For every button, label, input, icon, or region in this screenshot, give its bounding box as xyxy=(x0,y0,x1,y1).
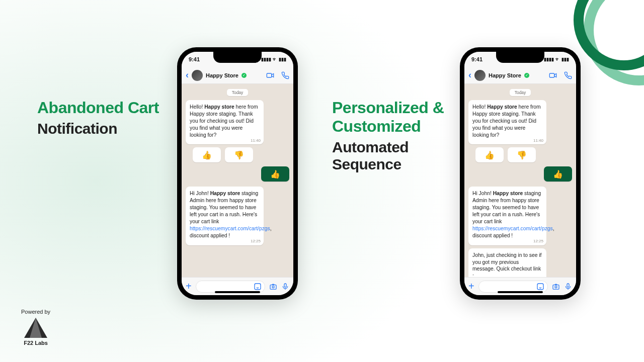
message-input[interactable] xyxy=(478,281,548,293)
signal-icon: ▮▮▮▮ xyxy=(544,57,554,62)
message-input[interactable] xyxy=(196,281,265,293)
message-cart: Hi John! Happy store staging Admin here … xyxy=(186,187,264,245)
svg-point-8 xyxy=(555,286,557,288)
f22-logo-icon xyxy=(24,318,47,338)
svg-point-3 xyxy=(272,286,274,288)
camera-icon[interactable] xyxy=(269,283,277,291)
message-hello: Hello! Happy store here from Happy store… xyxy=(468,100,546,144)
chat-header: ‹ Happy Store ✓ xyxy=(464,67,576,84)
message-followup: John, just checking in to see if you got… xyxy=(468,248,546,277)
chat-title[interactable]: Happy Store xyxy=(206,72,238,78)
thumbs-up-button[interactable]: 👍 xyxy=(193,147,221,162)
day-chip: Today xyxy=(510,89,531,96)
message-cart: Hi John! Happy store staging Admin here … xyxy=(468,187,546,245)
mic-icon[interactable] xyxy=(281,283,289,291)
stage: Abandoned Cart Notification Personalized… xyxy=(0,0,644,362)
svg-rect-1 xyxy=(255,284,261,290)
caption-left-black: Notification xyxy=(37,120,168,137)
back-button[interactable]: ‹ xyxy=(186,70,189,80)
chat-header: ‹ Happy Store ✓ xyxy=(182,67,293,84)
status-time: 9:41 xyxy=(189,56,200,62)
mic-icon[interactable] xyxy=(564,283,572,291)
verified-icon: ✓ xyxy=(242,73,247,78)
caption-right-black: Automated Sequence xyxy=(332,139,453,173)
svg-rect-2 xyxy=(270,285,276,289)
thumbs-down-button[interactable]: 👎 xyxy=(225,147,253,162)
phone-right: 9:41 ▮▮▮▮ ᯤ ▮▮▮ ‹ Happy Store ✓ Today xyxy=(460,47,581,300)
chat-area-left[interactable]: Today Hello! Happy store here from Happy… xyxy=(182,84,293,277)
msg-time: 11:40 xyxy=(251,138,261,144)
attach-button[interactable]: + xyxy=(186,281,192,292)
caption-right-green: Personalized & Customized xyxy=(332,99,453,136)
battery-icon: ▮▮▮ xyxy=(561,57,569,62)
caption-right: Personalized & Customized Automated Sequ… xyxy=(332,99,453,173)
powered-by-label: Powered by xyxy=(21,309,50,315)
caption-left: Abandoned Cart Notification xyxy=(37,99,168,137)
brand-name: F22 Labs xyxy=(21,340,50,346)
attach-button[interactable]: + xyxy=(468,281,474,292)
svg-rect-0 xyxy=(267,73,271,77)
phone-call-icon[interactable] xyxy=(564,71,572,79)
back-button[interactable]: ‹ xyxy=(468,70,471,80)
svg-rect-4 xyxy=(284,284,286,287)
phone-notch xyxy=(213,52,262,63)
svg-rect-7 xyxy=(553,285,559,289)
powered-by: Powered by F22 Labs xyxy=(21,309,50,346)
svg-rect-5 xyxy=(549,73,554,77)
day-chip: Today xyxy=(227,89,248,96)
thumbs-down-button[interactable]: 👎 xyxy=(508,147,536,162)
home-indicator xyxy=(498,291,543,293)
phone-left: 9:41 ▮▮▮▮ ᯤ ▮▮▮ ‹ Happy Store ✓ Today xyxy=(177,47,298,300)
status-time: 9:41 xyxy=(471,56,482,62)
verified-icon: ✓ xyxy=(524,73,529,78)
msg-time: 11:40 xyxy=(533,138,543,144)
wifi-icon: ᯤ xyxy=(273,57,277,62)
svg-rect-9 xyxy=(567,284,569,287)
msg-time: 12:25 xyxy=(251,239,261,244)
video-call-icon[interactable] xyxy=(549,71,557,79)
signal-icon: ▮▮▮▮ xyxy=(261,57,271,62)
wifi-icon: ᯤ xyxy=(555,57,560,62)
msg-time: 12:25 xyxy=(533,239,543,244)
thumbs-up-button[interactable]: 👍 xyxy=(475,147,504,162)
user-reply-thumbsup: 👍 xyxy=(544,166,572,182)
caption-left-green: Abandoned Cart xyxy=(37,99,168,117)
home-indicator xyxy=(215,291,260,293)
chat-area-right[interactable]: Today Hello! Happy store here from Happy… xyxy=(464,84,576,277)
message-hello: Hello! Happy store here from Happy store… xyxy=(186,100,264,144)
cart-link[interactable]: https://rescuemycart.com/cart/pzgs xyxy=(472,226,553,231)
camera-icon[interactable] xyxy=(552,283,560,291)
svg-rect-6 xyxy=(537,284,543,290)
user-reply-thumbsup: 👍 xyxy=(261,166,289,182)
chat-title[interactable]: Happy Store xyxy=(489,72,521,78)
video-call-icon[interactable] xyxy=(266,71,274,79)
quick-reply-row: 👍 👎 xyxy=(475,147,572,162)
battery-icon: ▮▮▮ xyxy=(279,57,286,62)
phone-call-icon[interactable] xyxy=(281,71,289,79)
phone-notch xyxy=(496,52,544,63)
avatar[interactable] xyxy=(474,70,486,81)
avatar[interactable] xyxy=(192,70,203,81)
quick-reply-row: 👍 👎 xyxy=(193,147,289,162)
cart-link[interactable]: https://rescuemycart.com/cart/pzgs xyxy=(190,226,270,231)
